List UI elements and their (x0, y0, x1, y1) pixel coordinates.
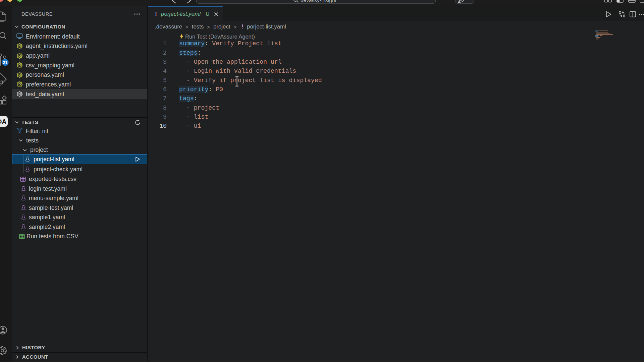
svg-text:21: 21 (3, 60, 7, 65)
svg-text:DA: DA (0, 118, 6, 125)
